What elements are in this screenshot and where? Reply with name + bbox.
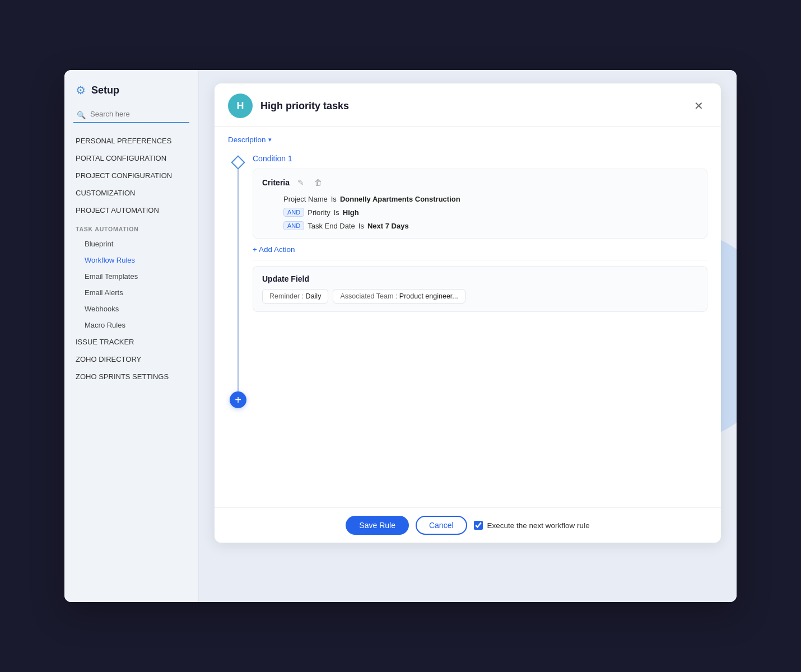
add-condition-button[interactable]: + (230, 391, 246, 408)
workflow-area: + Condition 1 Criteria ✎ (228, 154, 707, 413)
sidebar-item-portal-configuration[interactable]: PORTAL CONFIGURATION (64, 150, 198, 167)
sidebar-title: Setup (91, 85, 119, 96)
sidebar-item-blueprint[interactable]: Blueprint (64, 236, 198, 252)
execute-next-rule-checkbox-label[interactable]: Execute the next workflow rule (474, 521, 590, 530)
modal-card: H High priority tasks ✕ Description ▾ (215, 83, 721, 543)
sidebar: ⚙ Setup 🔍 PERSONAL PREFERENCES PORTAL CO… (64, 70, 199, 602)
search-input[interactable] (73, 106, 189, 123)
modal-body: Description ▾ + Condition 1 (215, 127, 721, 507)
sidebar-item-email-alerts[interactable]: Email Alerts (64, 284, 198, 301)
field-tag-team: Associated Team : Product engineer... (333, 289, 465, 304)
add-action-row: + Add Action (253, 239, 707, 260)
update-field-title: Update Field (262, 274, 698, 283)
search-icon: 🔍 (77, 110, 86, 119)
update-field-card: Update Field Reminder : Daily Associated… (253, 266, 707, 312)
field-tag-reminder: Reminder : Daily (262, 289, 328, 304)
description-toggle[interactable]: Description ▾ (228, 136, 707, 144)
edit-icon: ✎ (297, 178, 304, 187)
field-tags: Reminder : Daily Associated Team : Produ… (262, 289, 698, 304)
sidebar-item-customization[interactable]: CUSTOMIZATION (64, 184, 198, 202)
close-button[interactable]: ✕ (690, 97, 707, 115)
execute-next-rule-label: Execute the next workflow rule (487, 521, 590, 530)
modal-header: H High priority tasks ✕ (215, 83, 721, 127)
sidebar-item-email-templates[interactable]: Email Templates (64, 268, 198, 284)
criteria-row-3: AND Task End Date Is Next 7 Days (262, 221, 698, 230)
criteria-row-2: AND Priority Is High (262, 208, 698, 217)
sidebar-item-macro-rules[interactable]: Macro Rules (64, 317, 198, 333)
sidebar-item-personal-preferences[interactable]: PERSONAL PREFERENCES (64, 132, 198, 150)
add-action-button[interactable]: + Add Action (253, 245, 295, 254)
task-automation-section-title: TASK AUTOMATION (64, 219, 198, 236)
sidebar-item-project-automation[interactable]: PROJECT AUTOMATION (64, 202, 198, 219)
close-icon: ✕ (694, 99, 704, 113)
chevron-down-icon: ▾ (268, 136, 272, 143)
sidebar-item-webhooks[interactable]: Webhooks (64, 301, 198, 317)
edit-criteria-button[interactable]: ✎ (295, 177, 306, 188)
condition-label: Condition 1 (253, 154, 707, 163)
sidebar-item-project-configuration[interactable]: PROJECT CONFIGURATION (64, 167, 198, 184)
search-box[interactable]: 🔍 (73, 106, 189, 123)
sidebar-section-bottom: ISSUE TRACKER ZOHO DIRECTORY ZOHO SPRINT… (64, 333, 198, 385)
save-rule-button[interactable]: Save Rule (346, 516, 409, 535)
execute-next-rule-checkbox[interactable] (474, 521, 483, 530)
plus-icon: + (235, 394, 241, 407)
modal-title: High priority tasks (260, 100, 349, 112)
modal-header-left: H High priority tasks (228, 94, 349, 118)
cancel-button[interactable]: Cancel (416, 516, 467, 535)
criteria-card: Criteria ✎ 🗑 Pro (253, 169, 707, 239)
sidebar-item-zoho-sprints-settings[interactable]: ZOHO SPRINTS SETTINGS (64, 368, 198, 385)
workflow-content: Condition 1 Criteria ✎ 🗑 (248, 154, 707, 413)
avatar: H (228, 94, 253, 118)
timeline-column: + (228, 154, 248, 413)
timeline-line (237, 167, 239, 391)
criteria-row-1: Project Name Is Donnelly Apartments Cons… (262, 195, 698, 203)
modal-footer: Save Rule Cancel Execute the next workfl… (215, 507, 721, 543)
sidebar-header: ⚙ Setup (64, 79, 198, 106)
sidebar-item-issue-tracker[interactable]: ISSUE TRACKER (64, 333, 198, 351)
main-content: H High priority tasks ✕ Description ▾ (199, 70, 737, 602)
criteria-title: Criteria (262, 178, 290, 187)
sidebar-item-zoho-directory[interactable]: ZOHO DIRECTORY (64, 351, 198, 368)
trash-icon: 🗑 (314, 178, 322, 187)
delete-criteria-button[interactable]: 🗑 (312, 177, 324, 188)
gear-icon: ⚙ (76, 83, 86, 97)
sidebar-section-top: PERSONAL PREFERENCES PORTAL CONFIGURATIO… (64, 132, 198, 219)
timeline-diamond (231, 155, 245, 169)
criteria-header: Criteria ✎ 🗑 (262, 177, 698, 188)
task-automation-section: Blueprint Workflow Rules Email Templates… (64, 236, 198, 333)
sidebar-item-workflow-rules[interactable]: Workflow Rules (64, 252, 198, 268)
